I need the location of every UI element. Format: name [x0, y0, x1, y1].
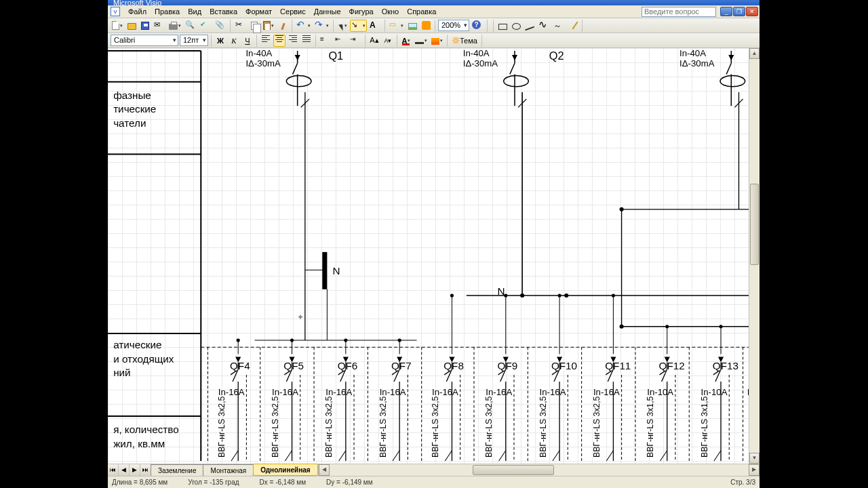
drawing-area[interactable]: фазныетическиечателиатическиеи отходящих…	[108, 48, 760, 464]
svg-text:ВВГ-нг-LS 3x2,5: ВВГ-нг-LS 3x2,5	[592, 396, 601, 457]
maximize-button[interactable]: ❐	[733, 7, 745, 16]
rectangle-tool[interactable]	[496, 20, 509, 32]
bold-button[interactable]: Ж	[214, 35, 226, 47]
help-button[interactable]	[471, 20, 484, 32]
decrease-font-button[interactable]: A▾	[382, 35, 394, 47]
connector-tool-button[interactable]: ↘	[350, 20, 367, 32]
hscroll-left[interactable]: ◀	[319, 464, 330, 476]
scroll-thumb-h[interactable]	[473, 465, 554, 475]
format-painter-button[interactable]	[277, 20, 289, 32]
menu-файл[interactable]: Файл	[124, 6, 151, 17]
minimize-button[interactable]: _	[720, 7, 732, 16]
text-tool-button[interactable]	[368, 20, 382, 32]
datagraphic-button[interactable]	[420, 20, 432, 32]
fontsize-combo[interactable]: 12пт	[180, 35, 208, 46]
tab-nav-3[interactable]: ⏭	[140, 464, 151, 476]
fill-color-button[interactable]	[430, 35, 444, 47]
help-search-input[interactable]	[642, 7, 716, 17]
sheet-tab-Монтажная[interactable]: Монтажная	[203, 464, 254, 476]
theme-button[interactable]: 🔆 Тема	[450, 35, 479, 47]
ellipse-tool[interactable]	[510, 20, 522, 32]
zoom-combo[interactable]: 200%	[438, 20, 469, 31]
svg-point-86	[344, 339, 347, 342]
sheet-tab-Однолинейная[interactable]: Однолинейная	[253, 464, 317, 476]
font-color-button[interactable]: A	[400, 35, 412, 47]
increase-indent-button[interactable]: ⇥	[349, 35, 362, 47]
menu-правка[interactable]: Правка	[151, 6, 184, 17]
shapes-button[interactable]: ▭	[388, 20, 405, 32]
menu-данные[interactable]: Данные	[310, 6, 345, 17]
cut-button[interactable]	[233, 20, 247, 32]
sheet-tab-Заземление[interactable]: Заземление	[151, 464, 203, 476]
menu-фигура[interactable]: Фигура	[345, 6, 378, 17]
align-center-button[interactable]	[273, 35, 285, 47]
tab-nav-1[interactable]: ◀	[119, 464, 130, 476]
pointer-tool-button[interactable]	[336, 20, 349, 32]
svg-line-96	[339, 451, 346, 461]
svg-text:N: N	[333, 265, 340, 277]
status-page: Стр. 3/3	[730, 479, 755, 486]
underline-button[interactable]: Ч	[241, 35, 254, 47]
paste-button[interactable]	[262, 20, 275, 32]
svg-line-83	[285, 451, 292, 461]
tab-nav-0[interactable]: ⏮	[108, 464, 119, 476]
toolbar-standard: ✉ 🔍 ✔ 📎 ↘ ▭ 200% ～	[108, 18, 760, 33]
pencil-tool[interactable]	[567, 20, 579, 32]
svg-point-56	[520, 293, 524, 298]
hscroll-right[interactable]: ▶	[749, 464, 760, 476]
research-button[interactable]: 📎	[214, 20, 227, 32]
menu-вставка[interactable]: Вставка	[205, 6, 241, 17]
scroll-thumb-v[interactable]	[750, 184, 759, 265]
increase-font-button[interactable]: A▴	[368, 35, 380, 47]
svg-text:ВВГ-нг-LS 3x2,5: ВВГ-нг-LS 3x2,5	[325, 396, 334, 457]
svg-point-112	[450, 293, 454, 297]
mail-button[interactable]: ✉	[153, 20, 166, 32]
vertical-scrollbar[interactable]: ▲ ▼	[749, 48, 760, 464]
svg-line-122	[445, 451, 452, 461]
arc-tool[interactable]	[537, 20, 551, 32]
line-tool[interactable]	[524, 20, 536, 32]
help-search[interactable]	[642, 7, 716, 17]
undo-button[interactable]	[295, 20, 312, 32]
print-preview-button[interactable]: 🔍	[184, 20, 197, 32]
align-left-button[interactable]	[260, 35, 272, 47]
menu-вид[interactable]: Вид	[184, 6, 205, 17]
svg-text:QF7: QF7	[391, 360, 412, 371]
toolbar-formatting: Calibri 12пт Ж К Ч ≡ ⇤ ⇥ A▴ A▾ A 🔆 Тема	[108, 33, 760, 48]
svg-text:In-16A: In-16A	[326, 387, 352, 397]
line-color-button[interactable]	[414, 35, 429, 47]
insert-picture-button[interactable]	[406, 20, 418, 32]
menu-формат[interactable]: Формат	[241, 6, 276, 17]
svg-point-164	[665, 325, 669, 328]
close-button[interactable]: ✕	[746, 7, 758, 16]
copy-button[interactable]	[248, 20, 260, 32]
save-button[interactable]	[139, 20, 151, 32]
svg-line-70	[231, 451, 238, 461]
svg-text:In-40A: In-40A	[245, 48, 272, 58]
svg-text:In-40A: In-40A	[463, 48, 490, 58]
scroll-down[interactable]: ▼	[749, 453, 760, 464]
italic-button[interactable]: К	[228, 35, 240, 47]
redo-button[interactable]	[313, 20, 330, 32]
status-dy: Dy = -6,149 мм	[326, 479, 373, 486]
justify-button[interactable]	[300, 35, 313, 47]
open-button[interactable]	[125, 20, 138, 32]
svg-text:я, количество: я, количество	[113, 424, 179, 435]
menu-справка[interactable]: Справка	[403, 6, 440, 17]
freeform-tool[interactable]: ～	[552, 20, 566, 32]
bullets-button[interactable]: ≡	[319, 35, 332, 47]
svg-text:IΔ-30mA: IΔ-30mA	[245, 58, 281, 68]
tab-nav-2[interactable]: ▶	[130, 464, 140, 476]
menu-сервис[interactable]: Сервис	[276, 6, 310, 17]
new-button[interactable]	[111, 20, 124, 32]
decrease-indent-button[interactable]: ⇤	[334, 35, 347, 47]
font-combo[interactable]: Calibri	[111, 35, 178, 46]
svg-point-73	[290, 339, 294, 342]
spelling-button[interactable]: ✔	[199, 20, 212, 32]
svg-text:фазные: фазные	[113, 89, 151, 101]
print-button[interactable]	[167, 20, 182, 32]
align-right-button[interactable]	[287, 35, 299, 47]
scroll-up[interactable]: ▲	[749, 48, 760, 59]
horizontal-scrollbar[interactable]: ◀ ▶	[318, 464, 760, 476]
menu-окно[interactable]: Окно	[378, 6, 403, 17]
